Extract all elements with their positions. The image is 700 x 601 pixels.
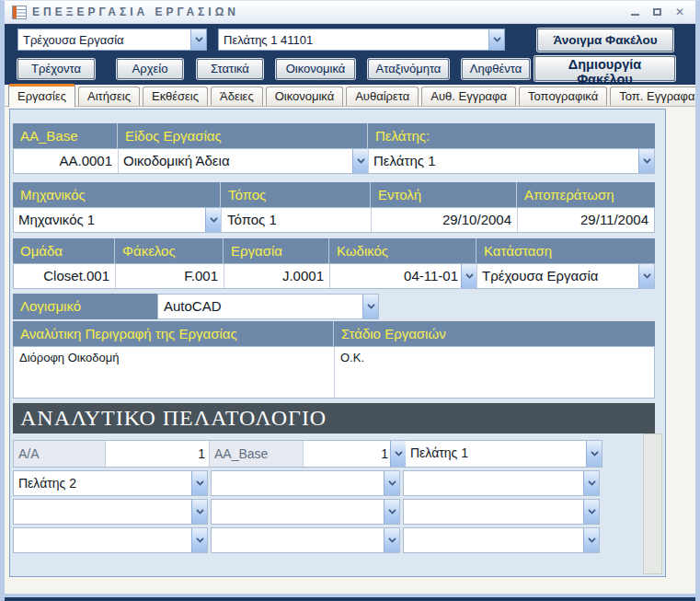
app-window: ΕΠΕΞΕΡΓΑΣΙΑ ΕΡΓΑΣΙΩΝ ✕ Τρέχουσα Εργασία … [0, 0, 700, 601]
category-button-arxeio[interactable]: Αρχείο [117, 59, 183, 79]
dropdown-arrow-icon[interactable] [191, 528, 207, 552]
dropdown-arrow-icon[interactable] [205, 208, 221, 232]
maximize-button[interactable] [653, 8, 661, 16]
window-bottom-border [5, 594, 695, 601]
subform-row3-col3-combo[interactable] [403, 527, 600, 553]
client-combo-value: Πελάτης 1 41101 [219, 33, 488, 47]
subform-row1-col2-combo[interactable] [211, 470, 400, 496]
tab-adeies[interactable]: Άδειες [211, 87, 263, 106]
tab-aitiseis[interactable]: Αιτήσεις [78, 87, 140, 106]
tab-topografika[interactable]: Τοπογραφικά [519, 87, 607, 106]
toolbar-row-categories: Τρέχοντα Αρχείο Στατικά Οικονομικά Αταξι… [17, 56, 686, 81]
dropdown-arrow-icon[interactable] [461, 264, 476, 288]
create-folder-button[interactable]: Δημιουργία Φακέλου [534, 56, 675, 81]
subform-row: Πελάτης 2 [13, 470, 602, 496]
stage-field[interactable]: Ο.Κ. [335, 347, 654, 398]
software-combo[interactable]: AutoCAD [157, 294, 379, 319]
subform-row1-col3-value [404, 471, 583, 495]
category-button-trexonta[interactable]: Τρέχοντα [17, 59, 95, 79]
label-group: Ομάδα [13, 238, 115, 263]
engineer-combo[interactable]: Μηχανικός 1 [14, 208, 222, 232]
tab-strip: Εργασίες Αιτήσεις Εκθέσεις Άδειες Οικονο… [5, 85, 695, 107]
subform-section-title: ΑΝΑΛΥΤΙΚΟ ΠΕΛΑΤΟΛΟΓΙΟ [13, 403, 655, 433]
subform-client-combo[interactable]: Πελάτης 1 [406, 441, 602, 467]
tab-ergasies[interactable]: Εργασίες [8, 84, 75, 107]
subform-row2-col2-combo[interactable] [211, 499, 400, 525]
status-combo[interactable]: Τρέχουσα Εργασία [477, 264, 654, 288]
subform-aabase-combo[interactable]: 1 [304, 441, 406, 467]
job-filter-combo-value: Τρέχουσα Εργασία [18, 33, 190, 47]
subform-row3-client-combo[interactable] [13, 527, 208, 553]
dropdown-arrow-icon[interactable] [583, 500, 599, 524]
job-type-combo[interactable]: Οικοδομική Άδεια [119, 149, 369, 173]
job-filter-combo[interactable]: Τρέχουσα Εργασία [17, 29, 207, 51]
dropdown-arrow-icon[interactable] [190, 29, 206, 50]
job-type-value: Οικοδομική Άδεια [119, 149, 352, 173]
location-field[interactable]: Τόπος 1 [222, 208, 372, 232]
group-field[interactable]: Closet.001 [14, 264, 116, 288]
fieldset3-header: Ομάδα Φάκελος Εργασία Κωδικός Κατάσταση [13, 238, 655, 263]
dropdown-arrow-icon[interactable] [191, 471, 207, 495]
subform-row3-col2-combo[interactable] [211, 527, 400, 553]
subform-row2-client-value [14, 500, 191, 524]
tab-authaireta[interactable]: Αυθαίρετα [346, 87, 419, 106]
tab-top-eggrafa[interactable]: Τοπ. Εγγραφα [610, 87, 700, 106]
label-completion: Αποπεράτωση [517, 182, 655, 207]
category-button-oikonomika[interactable]: Οικονομικά [276, 59, 355, 79]
close-button[interactable]: ✕ [675, 6, 684, 17]
fieldset3-values: Closet.001 F.001 J.0001 04-11-01 Τρέχουσ… [13, 263, 655, 289]
order-date-field[interactable]: 29/10/2004 [372, 208, 518, 232]
dropdown-arrow-icon[interactable] [390, 441, 406, 467]
subform-client-value: Πελάτης 1 [406, 441, 586, 467]
client-combo[interactable]: Πελάτης 1 41101 [218, 29, 505, 51]
tab-ektheseis[interactable]: Εκθέσεις [143, 87, 208, 106]
subform-row1-client-combo[interactable]: Πελάτης 2 [13, 470, 208, 496]
dropdown-arrow-icon[interactable] [583, 528, 599, 552]
completion-date-field[interactable]: 29/11/2004 [518, 208, 654, 232]
dropdown-arrow-icon[interactable] [638, 264, 654, 288]
dropdown-arrow-icon[interactable] [583, 471, 599, 495]
dropdown-arrow-icon[interactable] [488, 29, 504, 50]
dropdown-arrow-icon[interactable] [586, 441, 602, 467]
subform-row2-col3-combo[interactable] [403, 499, 600, 525]
subform-row3-col3-value [404, 528, 583, 552]
folder-field[interactable]: F.001 [116, 264, 224, 288]
subform-row2-client-combo[interactable] [13, 499, 208, 525]
dropdown-arrow-icon[interactable] [191, 500, 207, 524]
subform-aa-value[interactable]: 1 [106, 441, 210, 467]
dropdown-arrow-icon[interactable] [384, 500, 399, 524]
dropdown-arrow-icon[interactable] [352, 149, 368, 173]
subform-aabase-label: AA_Base [210, 441, 304, 467]
open-folder-button[interactable]: Άνοιγμα Φακέλου [537, 29, 673, 52]
label-engineer: Μηχανικός [13, 182, 221, 207]
subform-row1-col3-combo[interactable] [403, 470, 600, 496]
client-field-value: Πελάτης 1 [369, 149, 638, 173]
dropdown-arrow-icon[interactable] [384, 528, 399, 552]
description-field[interactable]: Διόροφη Οικοδομή [14, 347, 335, 398]
fieldset1-header: AA_Base Είδος Εργασίας Πελάτης: [13, 123, 655, 148]
titlebar: ΕΠΕΞΕΡΓΑΣΙΑ ΕΡΓΑΣΙΩΝ ✕ [5, 1, 695, 24]
form-panel: AA_Base Είδος Εργασίας Πελάτης: AA.0001 … [9, 109, 666, 577]
job-field[interactable]: J.0001 [224, 264, 330, 288]
minimize-button[interactable] [631, 8, 639, 16]
dropdown-arrow-icon[interactable] [362, 295, 378, 318]
form-scrollbar[interactable] [643, 433, 662, 574]
code-combo[interactable]: 04-11-01 [330, 264, 477, 288]
tab-oikonomika[interactable]: Οικονομικά [266, 87, 344, 106]
client-field-combo[interactable]: Πελάτης 1 [369, 149, 654, 173]
fieldset2-header: Μηχανικός Τόπος Εντολή Αποπεράτωση [13, 182, 655, 207]
dropdown-arrow-icon[interactable] [384, 471, 399, 495]
category-button-lifthenta[interactable]: Ληφθέντα [462, 59, 530, 79]
aa-base-field[interactable]: AA.0001 [14, 149, 119, 173]
category-button-ataxinomita[interactable]: Αταξινόμητα [368, 59, 449, 79]
description-header: Αναλύτικη Περιγραφή της Εργασίας Στάδιο … [13, 321, 655, 346]
category-button-statika[interactable]: Στατικά [197, 59, 263, 79]
label-software: Λογισμικό [13, 294, 157, 319]
form-area: AA_Base Είδος Εργασίας Πελάτης: AA.0001 … [5, 107, 695, 595]
subform-row3-client-value [14, 528, 191, 552]
subform-row2-col3-value [404, 500, 583, 524]
subform-header-row: A/A 1 AA_Base 1 Πελάτης 1 [13, 440, 602, 468]
tab-auth-eggrafa[interactable]: Αυθ. Εγγραφα [421, 87, 516, 106]
subform-row [13, 499, 602, 525]
dropdown-arrow-icon[interactable] [638, 149, 654, 173]
